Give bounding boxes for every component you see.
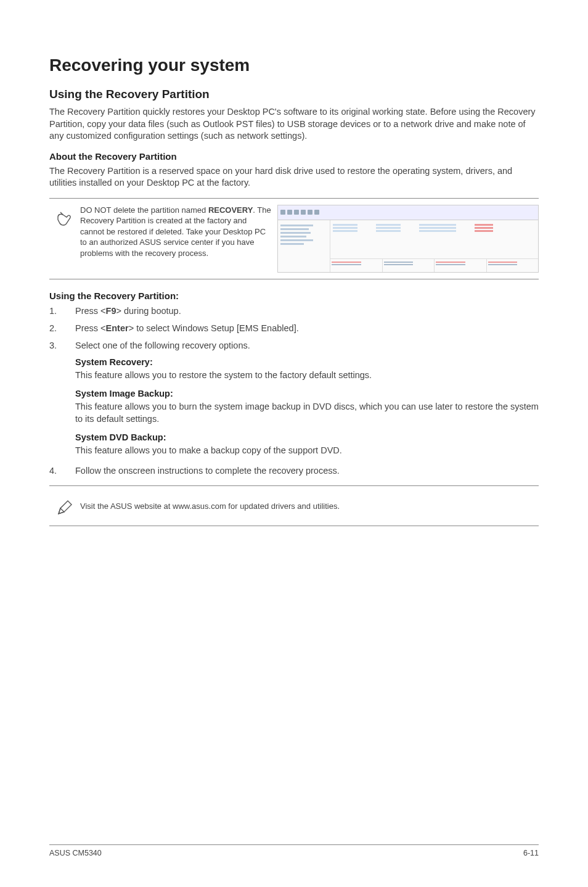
info-note-box: Visit the ASUS website at www.asus.com f… [49,485,539,526]
option-block: System Recovery: This feature allows you… [75,357,539,382]
subheading-about: About the Recovery Partition [49,151,539,162]
page-footer: ASUS CM5340 6-11 [49,844,539,857]
hand-icon [49,205,80,229]
pencil-icon [49,495,80,517]
section-para: The Recovery Partition quickly restores … [49,106,539,142]
list-item: 1. Press <F9> during bootup. [49,305,539,317]
list-item: 3. Select one of the following recovery … [49,339,539,352]
section-heading-recovery-partition: Using the Recovery Partition [49,88,539,101]
info-note-text: Visit the ASUS website at www.asus.com f… [80,501,340,511]
screenshot-thumbnail [277,205,539,273]
warning-note-box: DO NOT delete the partition named RECOVE… [49,198,539,279]
option-block: System Image Backup: This feature allows… [75,389,539,425]
warning-note-text: DO NOT delete the partition named RECOVE… [80,205,271,259]
list-item: 2. Press <Enter> to select Windows Setup… [49,322,539,334]
subheading-using: Using the Recovery Partition: [49,291,539,301]
page-title: Recovering your system [49,56,539,75]
about-para: The Recovery Partition is a reserved spa… [49,165,539,189]
option-block: System DVD Backup: This feature allows y… [75,432,539,457]
footer-model: ASUS CM5340 [49,849,102,857]
list-item: 4. Follow the onscreen instructions to c… [49,464,539,477]
footer-page-number: 6-11 [523,849,539,857]
